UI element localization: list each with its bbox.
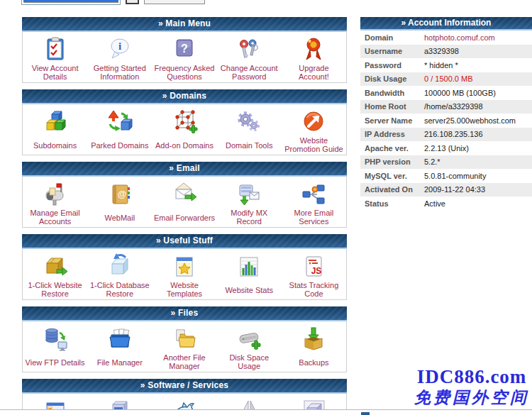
account-row-label: MySQL ver. <box>360 172 424 180</box>
account-row-label: Bandwidth <box>360 89 424 97</box>
menu-item-view-account-details[interactable]: View Account Details <box>23 32 87 82</box>
menu-item-1-click-website-restore[interactable]: 1-Click Website Restore <box>23 249 87 299</box>
menu-item-label: WebMail <box>104 209 137 227</box>
menu-item-label: Manage Email Accounts <box>23 209 87 227</box>
ftp-server-icon <box>41 324 70 354</box>
menu-item-backups[interactable]: Backups <box>282 321 346 372</box>
menu-item-modify-mx-record[interactable]: Modify MX Record <box>217 177 282 227</box>
info-bubble-icon: i <box>106 35 134 64</box>
account-row-label: Apache ver. <box>360 144 424 153</box>
parked-domains-icon <box>106 107 134 137</box>
menu-item-parked-domains[interactable]: Parked Domains <box>87 104 152 155</box>
menu-item-label: Backups <box>297 354 330 372</box>
go-button[interactable] <box>126 0 139 4</box>
backup-box-icon <box>299 324 328 354</box>
account-information-rows: Domainhotphoto.comuf.comUsernamea3329398… <box>360 31 532 211</box>
section-body-email: Manage Email Accounts@WebMailEmail Forwa… <box>22 177 347 228</box>
menu-item-label: Subdomains <box>32 137 78 155</box>
menu-item-stats-tracking-code[interactable]: JSStats Tracking Code <box>282 249 346 299</box>
account-row-label: Domain <box>360 33 424 42</box>
menu-item-another-file-manager[interactable]: Another File Manager <box>152 321 216 372</box>
template-star-icon <box>170 252 199 281</box>
svg-text:JS: JS <box>311 266 322 276</box>
account-row-label: Status <box>360 199 424 208</box>
menu-item-file-manager[interactable]: File Manager <box>87 321 152 372</box>
account-row-value: 5.2.* <box>424 157 440 166</box>
menu-item-view-ftp-details[interactable]: View FTP Details <box>23 321 87 372</box>
account-row-value: 2009-11-22 04:33 <box>424 185 485 194</box>
menu-item-1-click-database-restore[interactable]: 1-Click Database Restore <box>87 249 152 299</box>
menu-item-more-email-services[interactable]: More Email Services <box>282 177 346 227</box>
email-nodes-icon <box>299 179 328 209</box>
section-body-useful-stuff: 1-Click Website Restore1-Click Database … <box>22 249 347 300</box>
menu-item-label: File Manager <box>96 354 144 372</box>
account-row-value: * hidden * <box>424 61 458 70</box>
gears-icon <box>235 107 263 137</box>
watermark-site-text: IDC886.com <box>414 366 529 387</box>
menu-item-manage-email-accounts[interactable]: Manage Email Accounts <box>23 177 87 227</box>
account-row-apache-ver: Apache ver.2.2.13 (Unix) <box>360 141 532 155</box>
section-email: » EmailManage Email Accounts@WebMailEmai… <box>22 162 347 228</box>
account-row-label: IP Address <box>360 130 424 138</box>
menu-item-domain-tools[interactable]: Domain Tools <box>217 104 282 155</box>
menu-item-label: View Account Details <box>23 64 87 82</box>
account-row-username: Usernamea3329398 <box>360 45 532 59</box>
envelope-forward-icon <box>170 179 199 209</box>
section-files: » FilesView FTP DetailsFile ManagerAnoth… <box>22 306 347 372</box>
menu-item-subdomains[interactable]: Subdomains <box>23 104 87 155</box>
account-row-domain: Domainhotphoto.comuf.com <box>360 31 532 45</box>
account-row-value: 0 / 1500.0 MB <box>424 74 473 83</box>
menu-item-label: Email Forwarders <box>153 209 216 227</box>
section-useful-stuff: » Useful Stuff1-Click Website Restore1-C… <box>22 234 347 300</box>
menu-item-label: View FTP Details <box>24 354 87 372</box>
input-selection <box>23 0 118 3</box>
js-code-icon: JS <box>299 252 328 281</box>
menu-item-getting-started-information[interactable]: iGetting Started Information <box>87 32 152 82</box>
account-row-value: 216.108.235.136 <box>424 130 483 138</box>
watermark-cn-text: 免费国外空间 <box>414 387 529 407</box>
menu-item-label: 1-Click Database Restore <box>87 281 152 299</box>
account-row-label: Disk Usage <box>360 74 424 83</box>
partial-panel-header <box>361 412 370 415</box>
menu-item-label: Upgrade Account! <box>282 64 346 82</box>
account-information-panel: » Account Information Domainhotphoto.com… <box>360 17 532 211</box>
menu-item-website-promotion-guide[interactable]: Website Promotion Guide <box>282 104 346 155</box>
menu-item-label: Add-on Domains <box>154 137 215 155</box>
account-row-value: a3329398 <box>424 47 459 55</box>
addon-domains-icon <box>170 107 199 137</box>
section-body-main-menu: View Account DetailsiGetting Started Inf… <box>22 32 347 83</box>
account-row-status: StatusActive <box>360 197 532 211</box>
svg-text:@: @ <box>117 189 126 199</box>
menu-item-frequency-asked-questions[interactable]: ?Frequency Asked Questions <box>152 32 216 82</box>
yellow-folder-icon <box>170 324 199 353</box>
create-new-button[interactable] <box>144 0 205 4</box>
clipboard-check-icon <box>41 35 70 64</box>
account-row-value: 2.2.13 (Unix) <box>424 144 469 153</box>
menu-item-change-account-password[interactable]: Change Account Password <box>217 32 282 82</box>
disk-drive-icon <box>235 324 263 353</box>
promotion-arrow-icon <box>299 107 328 136</box>
menu-item-website-stats[interactable]: Website Stats <box>217 249 282 299</box>
menu-item-label: Getting Started Information <box>87 64 152 82</box>
account-row-disk-usage: Disk Usage0 / 1500.0 MB <box>360 72 532 87</box>
account-row-value: 100000 MB (100GB) <box>424 89 496 97</box>
menu-item-upgrade-account[interactable]: Upgrade Account! <box>282 32 346 82</box>
account-row-value[interactable]: hotphoto.comuf.com <box>424 33 495 42</box>
section-domains: » DomainsSubdomainsParked DomainsAdd-on … <box>22 89 347 155</box>
menu-item-label: Parked Domains <box>89 137 150 155</box>
cubes-icon <box>41 107 70 137</box>
mx-server-icon <box>235 179 263 209</box>
menu-item-disk-space-usage[interactable]: Disk Space Usage <box>217 321 282 372</box>
account-row-value: Active <box>424 199 445 208</box>
menu-item-website-templates[interactable]: Website Templates <box>152 249 216 299</box>
section-header-software-services: » Software / Services <box>22 379 347 394</box>
footer-strip <box>0 409 532 415</box>
menu-item-add-on-domains[interactable]: Add-on Domains <box>152 104 216 155</box>
account-row-mysql-ver: MySQL ver.5.0.81-community <box>360 169 532 183</box>
menu-item-email-forwarders[interactable]: Email Forwarders <box>152 177 216 227</box>
domain-select-input[interactable] <box>21 0 121 5</box>
account-row-value: /home/a3329398 <box>424 102 483 111</box>
menu-item-webmail[interactable]: @WebMail <box>87 177 152 227</box>
account-row-label: Username <box>360 47 424 55</box>
menu-item-label: More Email Services <box>282 209 346 227</box>
